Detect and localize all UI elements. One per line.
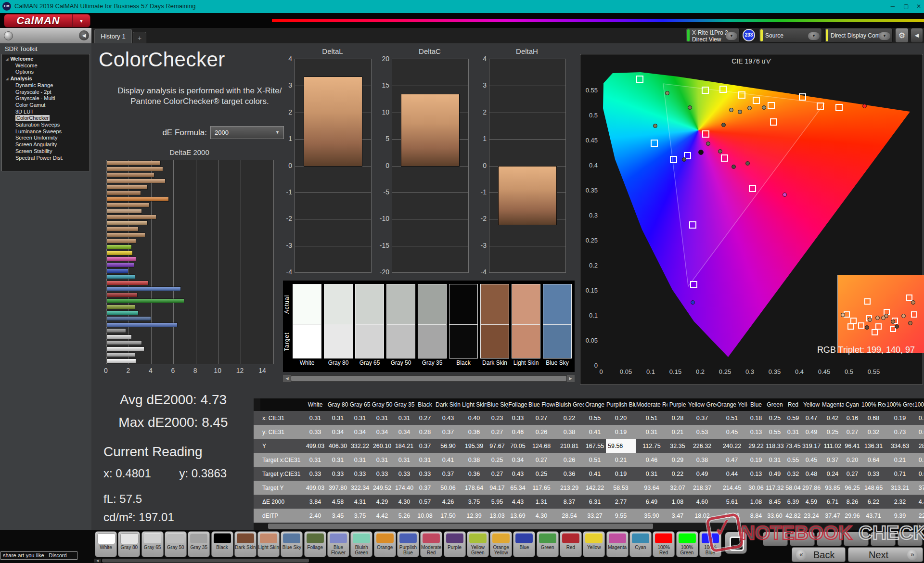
table-cell[interactable]: 0.38 xyxy=(688,453,717,467)
table-cell[interactable]: 6.39 xyxy=(785,495,801,509)
table-cell[interactable]: 0.15 xyxy=(914,453,924,467)
table-cell[interactable]: 322.34 xyxy=(349,481,371,495)
table-cell[interactable]: 0.33 xyxy=(861,467,886,481)
next-button[interactable]: Next » xyxy=(848,547,923,562)
table-cell[interactable]: 499.03 xyxy=(304,481,327,495)
table-cell[interactable]: 58.04 xyxy=(785,481,801,495)
table-cell[interactable]: 0.18 xyxy=(747,411,765,425)
table-cell[interactable]: 0.20 xyxy=(606,411,636,425)
table-cell[interactable]: 0.15 xyxy=(914,411,924,425)
patch-button-black[interactable]: Black xyxy=(211,531,233,557)
table-cell[interactable]: 0.51 xyxy=(636,411,667,425)
transport-button[interactable] xyxy=(790,532,815,546)
table-cell[interactable]: 1.31 xyxy=(528,495,555,509)
table-cell[interactable]: 213.29 xyxy=(555,481,584,495)
table-cell[interactable]: 12.39 xyxy=(462,509,487,523)
patch-button-yellow[interactable]: Yellow xyxy=(583,531,605,557)
table-cell[interactable]: 28.4 xyxy=(914,439,924,453)
table-cell[interactable]: 0.21 xyxy=(606,453,636,467)
swatch-scrollbar[interactable]: ◀ ▶ xyxy=(283,375,575,382)
table-cell[interactable]: 97.67 xyxy=(487,439,508,453)
table-cell[interactable]: 6.49 xyxy=(636,495,667,509)
transport-button[interactable] xyxy=(817,532,842,546)
table-cell[interactable]: 0.44 xyxy=(717,467,747,481)
patch-button-purple[interactable]: Purple xyxy=(444,531,466,557)
table-cell[interactable]: 2.77 xyxy=(606,495,636,509)
table-cell[interactable]: 0.49 xyxy=(765,467,785,481)
table-cell[interactable]: 6.71 xyxy=(821,495,844,509)
table-cell[interactable]: 0.27 xyxy=(487,467,508,481)
close-icon[interactable]: ✕ xyxy=(913,2,924,11)
table-cell[interactable]: 0.25 xyxy=(765,411,785,425)
table-cell[interactable]: 0.57 xyxy=(415,495,435,509)
patch-button-blue[interactable]: Blue xyxy=(513,531,535,557)
patch-button-100-red[interactable]: 100% Red xyxy=(653,531,675,557)
table-cell[interactable]: 0.27 xyxy=(415,411,435,425)
source-dropdown[interactable]: Source ▼ xyxy=(759,28,822,43)
table-cell[interactable]: 0.38 xyxy=(555,425,584,439)
patch-button-yellow-green[interactable]: Yellow Green xyxy=(467,531,489,557)
gear-icon[interactable]: ⚙ xyxy=(895,28,909,43)
table-cell[interactable]: 0.13 xyxy=(747,467,765,481)
table-cell[interactable]: 174.40 xyxy=(393,481,415,495)
sidebar-item-analysis[interactable]: ◢Analysis xyxy=(2,76,90,82)
meter-dropdown[interactable]: X-Rite i1Pro 2 Direct View ▼ xyxy=(686,28,740,43)
table-cell[interactable]: 0.34 xyxy=(349,425,371,439)
sidebar-collapse-icon[interactable]: ◀ xyxy=(79,30,89,40)
patch-button-100-blue[interactable]: 100% Blue xyxy=(699,531,721,557)
table-cell[interactable]: 42.82 xyxy=(785,509,801,523)
table-cell[interactable]: 13.69 xyxy=(508,509,528,523)
table-cell[interactable]: 0.34 xyxy=(371,425,393,439)
table-cell[interactable]: 0.25 xyxy=(528,467,555,481)
table-cell[interactable]: 0.33 xyxy=(393,467,415,481)
stop-button[interactable] xyxy=(725,532,747,554)
sidebar-item-screen-angularity[interactable]: Screen Angularity xyxy=(2,141,90,148)
table-cell[interactable]: 0.68 xyxy=(861,411,886,425)
table-cell[interactable]: 10.08 xyxy=(415,509,435,523)
patch-button-blue-sky[interactable]: Blue Sky xyxy=(281,531,303,557)
table-cell[interactable]: 0.49 xyxy=(801,425,821,439)
table-cell[interactable]: 0.32 xyxy=(861,425,886,439)
table-cell[interactable]: 0.21 xyxy=(667,425,688,439)
table-cell[interactable]: 8.26 xyxy=(844,495,861,509)
table-cell[interactable]: 0.51 xyxy=(584,453,606,467)
table-cell[interactable]: 240.22 xyxy=(717,439,747,453)
table-cell[interactable]: 0.31 xyxy=(304,411,327,425)
table-cell[interactable]: 0.46 xyxy=(636,453,667,467)
table-cell[interactable]: 0.33 xyxy=(327,467,349,481)
table-cell[interactable]: 23.24 xyxy=(801,509,821,523)
table-cell[interactable]: 0.37 xyxy=(415,481,435,495)
patch-button-foliage[interactable]: Foliage xyxy=(304,531,326,557)
patch-button-gray-50[interactable]: Gray 50 xyxy=(165,531,187,557)
table-cell[interactable]: 0.31 xyxy=(327,411,349,425)
table-cell[interactable]: 56.90 xyxy=(435,439,462,453)
table-cell[interactable]: 0.43 xyxy=(435,411,462,425)
sidebar-item-3d-lut[interactable]: 3D LUT xyxy=(2,109,90,115)
table-cell[interactable]: 8.45 xyxy=(765,495,785,509)
table-cell[interactable]: 0.45 xyxy=(801,453,821,467)
transport-button[interactable] xyxy=(763,532,788,546)
table-cell[interactable]: 260.10 xyxy=(371,439,393,453)
patch-button-purplish-blue[interactable]: Purplish Blue xyxy=(397,531,419,557)
patch-button-magenta[interactable]: Magenta xyxy=(606,531,629,557)
table-cell[interactable]: 4.31 xyxy=(349,495,371,509)
table-cell[interactable]: 0.22 xyxy=(555,411,584,425)
table-cell[interactable]: 178.64 xyxy=(462,481,487,495)
table-cell[interactable]: 4.43 xyxy=(508,495,528,509)
table-cell[interactable]: 0.33 xyxy=(415,467,435,481)
table-cell[interactable]: 18.02 xyxy=(688,509,717,523)
table-cell[interactable]: 0.27 xyxy=(528,411,555,425)
table-cell[interactable]: 4.26 xyxy=(435,495,462,509)
table-cell[interactable]: 0.45 xyxy=(717,425,747,439)
table-cell[interactable]: 0.19 xyxy=(886,411,914,425)
table-cell[interactable]: 0.71 xyxy=(886,467,914,481)
table-cell[interactable]: 195.39 xyxy=(462,439,487,453)
table-cell[interactable]: 0.31 xyxy=(636,467,667,481)
table-cell[interactable]: 0.34 xyxy=(327,425,349,439)
table-cell[interactable]: 148.65 xyxy=(861,481,886,495)
patch-button-gray-65[interactable]: Gray 65 xyxy=(141,531,164,557)
table-cell[interactable]: 0.24 xyxy=(821,467,844,481)
table-cell[interactable]: 0.34 xyxy=(393,425,415,439)
table-cell[interactable]: 0.48 xyxy=(801,467,821,481)
table-cell[interactable]: 9.55 xyxy=(606,509,636,523)
